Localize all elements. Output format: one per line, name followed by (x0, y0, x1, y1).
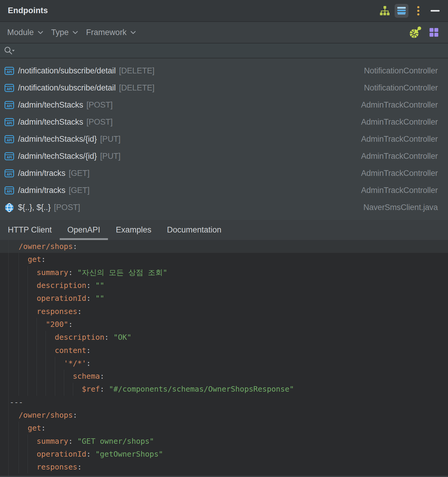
code-line: --- (0, 396, 448, 409)
endpoint-row[interactable]: API /admin/techStacks[POST]AdminTrackCon… (0, 114, 448, 131)
more-options-button[interactable] (411, 4, 425, 18)
filter-module[interactable]: Module (7, 28, 43, 37)
hierarchy-view-icon (379, 6, 390, 16)
globe-icon (4, 203, 14, 212)
more-options-icon (417, 6, 420, 16)
chevron-down-icon (37, 31, 43, 34)
tab-documentation[interactable]: Documentation (159, 220, 229, 240)
endpoint-path: /admin/techStacks (18, 117, 83, 127)
header-actions (378, 4, 442, 18)
list-view-icon (397, 7, 406, 15)
endpoint-controller: NaverSmsClient.java (363, 203, 438, 212)
tool-window-header: Endpoints (0, 0, 448, 22)
endpoint-list: API /notification/subscribe/detail[DELET… (0, 58, 448, 220)
svg-text:API: API (7, 70, 12, 74)
hide-tool-window-button[interactable] (428, 4, 442, 18)
code-line: /owner/shops: (0, 240, 448, 253)
api-icon: API (4, 101, 14, 109)
api-icon: API (4, 84, 14, 92)
chevron-down-icon (72, 31, 78, 34)
code-line: responses: (0, 305, 448, 318)
code-lines: /owner/shops:get:summary: "자신의 모든 상점 조회"… (0, 240, 448, 473)
endpoint-method: [POST] (86, 117, 112, 127)
code-line: summary: "GET owner/shops" (0, 434, 448, 447)
endpoint-row[interactable]: API /admin/tracks[GET]AdminTrackControll… (0, 165, 448, 182)
hierarchy-view-button[interactable] (378, 4, 392, 18)
endpoint-path: /notification/subscribe/detail (18, 83, 116, 93)
api-icon: API (4, 118, 14, 126)
hide-tool-window-icon (431, 10, 440, 12)
svg-text:API: API (7, 138, 12, 142)
svg-text:API: API (7, 87, 12, 91)
openapi-code-editor[interactable]: /owner/shops:get:summary: "자신의 모든 상점 조회"… (0, 240, 448, 476)
endpoint-controller: AdminTrackController (361, 186, 438, 195)
endpoint-controller: NotificationController (364, 83, 438, 93)
module-grid-icon (429, 28, 438, 37)
endpoint-path: /admin/techStacks/{id} (18, 152, 97, 161)
endpoint-method: [PUT] (100, 135, 121, 144)
tool-window-title: Endpoints (8, 6, 48, 15)
search-icon (4, 46, 16, 55)
endpoint-controller: AdminTrackController (361, 169, 438, 178)
endpoint-row[interactable]: API /admin/techStacks[POST]AdminTrackCon… (0, 96, 448, 114)
svg-text:API: API (7, 190, 12, 193)
tab-examples[interactable]: Examples (108, 220, 159, 240)
preview-tabs-bar: HTTP ClientOpenAPIExamplesDocumentation (0, 220, 448, 240)
endpoint-row[interactable]: API /admin/tracks[GET]AdminTrackControll… (0, 182, 448, 199)
endpoint-controller: AdminTrackController (361, 152, 438, 161)
endpoint-method: [POST] (86, 100, 112, 110)
tab-http-client[interactable]: HTTP Client (0, 220, 60, 240)
search-input[interactable] (19, 46, 444, 56)
module-grid-button[interactable] (427, 25, 441, 39)
endpoints-wheel-button[interactable] (408, 25, 422, 39)
endpoint-row[interactable]: API /notification/subscribe/detail[DELET… (0, 79, 448, 96)
endpoint-method: [DELETE] (119, 83, 154, 93)
api-icon: API (4, 169, 14, 177)
endpoints-wheel-icon (409, 26, 422, 39)
endpoint-path: /admin/techStacks (18, 100, 83, 110)
filter-module-label: Module (7, 28, 34, 37)
endpoint-method: [GET] (69, 186, 90, 195)
editor-gutter-divider (8, 240, 9, 476)
code-line: description: "OK" (0, 331, 448, 344)
filter-bar: Module Type Framework (0, 22, 448, 43)
search-bar (0, 43, 448, 58)
endpoint-method: [DELETE] (119, 66, 154, 76)
code-line: summary: "자신의 모든 상점 조회" (0, 266, 448, 279)
endpoint-row[interactable]: API /notification/subscribe/detail[DELET… (0, 62, 448, 79)
endpoint-controller: AdminTrackController (361, 100, 438, 110)
code-line: /owner/shops: (0, 409, 448, 422)
filter-framework-label: Framework (86, 28, 127, 37)
list-view-button[interactable] (395, 4, 408, 18)
endpoint-controller: AdminTrackController (361, 117, 438, 127)
endpoint-method: [GET] (69, 169, 90, 178)
filter-framework[interactable]: Framework (86, 28, 136, 37)
endpoint-method: [PUT] (100, 152, 121, 161)
code-line: '*/*': (0, 357, 448, 370)
endpoint-path: /admin/tracks (18, 169, 65, 178)
svg-text:API: API (7, 173, 12, 176)
endpoint-method: [POST] (54, 203, 80, 212)
svg-text:API: API (7, 156, 12, 159)
endpoint-row[interactable]: API /admin/techStacks/{id}[PUT]AdminTrac… (0, 148, 448, 165)
endpoint-row[interactable]: API /admin/techStacks/{id}[PUT]AdminTrac… (0, 131, 448, 148)
svg-text:API: API (7, 104, 12, 108)
endpoints-tool-window: Endpoints (0, 0, 448, 477)
code-line: content: (0, 344, 448, 357)
filter-type[interactable]: Type (51, 28, 79, 37)
chevron-down-icon (130, 31, 136, 34)
api-icon: API (4, 135, 14, 143)
endpoint-row[interactable]: ${..}, ${..}[POST]NaverSmsClient.java (0, 199, 448, 216)
svg-text:API: API (7, 121, 12, 125)
tab-openapi[interactable]: OpenAPI (60, 220, 108, 240)
endpoint-controller: NotificationController (364, 66, 438, 76)
code-line: "200": (0, 318, 448, 331)
code-line: responses: (0, 461, 448, 473)
code-line: operationId: "getOwnerShops" (0, 448, 448, 461)
code-line: operationId: "" (0, 292, 448, 305)
api-icon: API (4, 67, 14, 75)
api-icon: API (4, 186, 14, 194)
endpoint-path: ${..}, ${..} (18, 203, 51, 212)
filter-bar-icons (408, 25, 441, 39)
filter-type-label: Type (51, 28, 69, 37)
